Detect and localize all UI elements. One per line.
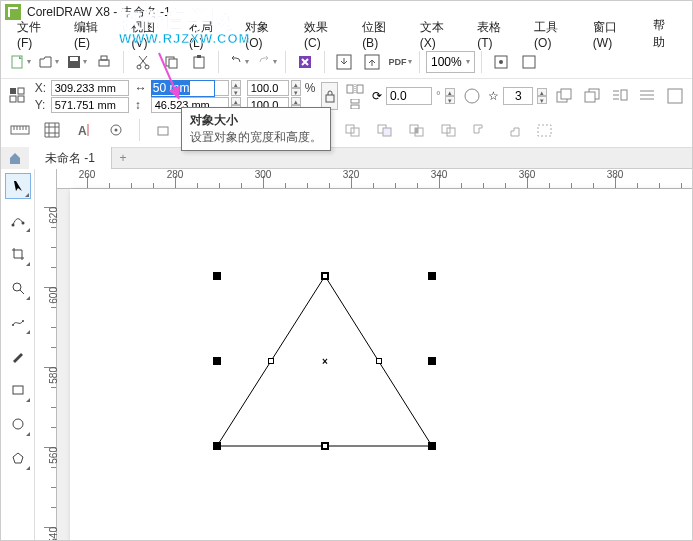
menu-table[interactable]: 表格(T) — [467, 17, 524, 52]
snap-button[interactable] — [488, 49, 514, 75]
node-right[interactable] — [376, 358, 382, 364]
selection-handle-br[interactable] — [428, 442, 436, 450]
width-input-focused[interactable]: 50 mm — [151, 80, 215, 97]
zoom-value: 100% — [431, 55, 462, 69]
back-minus-front-button[interactable] — [500, 117, 526, 143]
redo-button[interactable] — [253, 49, 279, 75]
ruler-vertical[interactable]: 620600580560540 — [35, 169, 57, 540]
undo-button[interactable] — [225, 49, 251, 75]
outline-width-button[interactable] — [637, 84, 659, 108]
convert-button[interactable] — [664, 84, 686, 108]
order-back-button[interactable] — [581, 84, 603, 108]
menu-text[interactable]: 文本(X) — [410, 17, 468, 52]
grid-button[interactable] — [39, 117, 65, 143]
svg-rect-2 — [70, 57, 78, 61]
separator — [324, 51, 325, 73]
welcome-tab-button[interactable] — [1, 147, 29, 169]
sides-input[interactable] — [503, 87, 533, 105]
weld-button[interactable] — [340, 117, 366, 143]
svg-rect-31 — [585, 92, 595, 102]
rectangle-tool[interactable] — [5, 377, 31, 403]
svg-rect-3 — [99, 60, 109, 66]
new-button[interactable] — [7, 49, 33, 75]
sides-stepper[interactable]: ▴▾ — [537, 88, 547, 104]
menu-tools[interactable]: 工具(O) — [524, 17, 583, 52]
save-button[interactable] — [63, 49, 89, 75]
front-minus-back-button[interactable] — [468, 117, 494, 143]
toolbox — [1, 169, 35, 540]
svg-rect-4 — [101, 56, 107, 60]
polygon-tool[interactable] — [5, 445, 31, 471]
zoom-tool[interactable] — [5, 275, 31, 301]
app-logo-icon — [5, 4, 21, 20]
freehand-tool[interactable] — [5, 309, 31, 335]
menu-file[interactable]: 文件(F) — [7, 17, 64, 52]
height-icon: ↕ — [135, 98, 149, 112]
open-button[interactable] — [35, 49, 61, 75]
paste-button[interactable] — [186, 49, 212, 75]
document-tabs: 未命名 -1 + — [1, 147, 692, 169]
publish-pdf-button[interactable]: PDF — [387, 49, 413, 75]
intersect-button[interactable] — [404, 117, 430, 143]
svg-rect-21 — [326, 95, 334, 102]
rotation-input[interactable] — [386, 87, 432, 105]
menu-effects[interactable]: 效果(C) — [294, 17, 352, 52]
artistic-media-tool[interactable] — [5, 343, 31, 369]
svg-rect-25 — [351, 99, 359, 103]
svg-point-54 — [11, 224, 14, 227]
menu-help[interactable]: 帮助 — [643, 15, 686, 53]
print-button[interactable] — [91, 49, 117, 75]
scale-x-input[interactable] — [247, 80, 289, 96]
boundary-button[interactable] — [532, 117, 558, 143]
selection-handle-bl[interactable] — [213, 442, 221, 450]
ellipse-tool[interactable] — [5, 411, 31, 437]
options-button[interactable] — [516, 49, 542, 75]
menu-bitmap[interactable]: 位图(B) — [352, 17, 410, 52]
y-input[interactable] — [51, 97, 129, 113]
node-top[interactable] — [322, 273, 328, 279]
ruler-h-label: 300 — [255, 169, 272, 180]
svg-rect-19 — [10, 96, 16, 102]
node-left[interactable] — [268, 358, 274, 364]
dynamic-guides-button[interactable] — [150, 117, 176, 143]
selection-center-icon[interactable]: × — [322, 356, 328, 367]
pick-tool[interactable] — [5, 173, 31, 199]
guides-button[interactable]: A — [71, 117, 97, 143]
rotation-stepper[interactable]: ▴▾ — [445, 88, 455, 104]
export-button[interactable] — [359, 49, 385, 75]
x-input[interactable] — [51, 80, 129, 96]
copy-button[interactable] — [158, 49, 184, 75]
scale-x-stepper[interactable]: ▴▾ — [291, 80, 301, 96]
svg-rect-16 — [523, 56, 535, 68]
shape-tool[interactable] — [5, 207, 31, 233]
add-tab-button[interactable]: + — [112, 147, 134, 169]
svg-point-27 — [465, 89, 479, 103]
selection-handle-tl[interactable] — [213, 272, 221, 280]
zoom-select[interactable]: 100% — [426, 51, 475, 73]
menu-edit[interactable]: 编辑(E) — [64, 17, 122, 52]
selection-handle-mr[interactable] — [428, 357, 436, 365]
mirror-v-button[interactable] — [344, 97, 366, 111]
ruler-horizontal[interactable]: 260280300320340360380400 — [57, 169, 692, 189]
simplify-button[interactable] — [436, 117, 462, 143]
node-bottom[interactable] — [322, 443, 328, 449]
triangle-shape[interactable] — [70, 189, 690, 540]
snap-options-button[interactable] — [103, 117, 129, 143]
page[interactable]: × — [70, 189, 692, 540]
width-stepper[interactable]: ▴▾ — [231, 80, 241, 96]
selection-handle-tr[interactable] — [428, 272, 436, 280]
wrap-button[interactable] — [609, 84, 631, 108]
search-button[interactable] — [292, 49, 318, 75]
ruler-button[interactable] — [7, 117, 33, 143]
cut-button[interactable] — [130, 49, 156, 75]
document-tab[interactable]: 未命名 -1 — [29, 147, 112, 169]
lock-ratio-button[interactable] — [321, 82, 337, 110]
import-button[interactable] — [331, 49, 357, 75]
trim-button[interactable] — [372, 117, 398, 143]
svg-point-55 — [21, 222, 24, 225]
order-front-button[interactable] — [553, 84, 575, 108]
selection-handle-ml[interactable] — [213, 357, 221, 365]
mirror-h-button[interactable] — [344, 82, 366, 96]
menu-window[interactable]: 窗口(W) — [583, 17, 644, 52]
crop-tool[interactable] — [5, 241, 31, 267]
